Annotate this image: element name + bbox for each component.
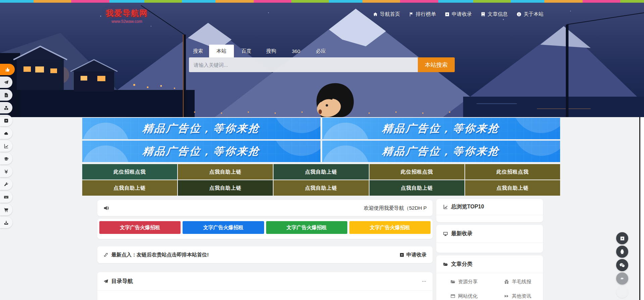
keyboard-icon — [4, 195, 9, 200]
dock-item-likes[interactable] — [0, 64, 15, 75]
dock-item-modules[interactable] — [0, 102, 12, 113]
search-prefix-label: 搜索 — [193, 45, 209, 57]
nav-apply[interactable]: 申请收录 — [445, 11, 472, 17]
dock-faded-button[interactable] — [616, 272, 628, 285]
category-site-optimization[interactable]: 网站优化 — [450, 293, 504, 299]
text-ad-button[interactable]: 文字广告火爆招租 — [266, 221, 347, 234]
search-module: 搜索 本站 百度 搜狗 360 必应 本站搜索 — [189, 45, 455, 72]
display-icon — [443, 231, 448, 236]
ad-banner-text: 精品广告位，等你来抢 — [142, 144, 261, 158]
hero-banner: 我爱导航网 www.52waw.com 导航首页 排行榜单 申请收录 文章信息 — [0, 3, 644, 117]
scrollbar[interactable] — [639, 117, 644, 300]
latest-in-link[interactable]: 最新点入：友链后在贵站点击即排本站首位! — [103, 252, 209, 258]
ad-banner-text: 精品广告位，等你来抢 — [382, 144, 500, 158]
text-ad-button[interactable]: 文字广告火爆招租 — [99, 221, 181, 234]
site-title: 我爱导航网 — [101, 8, 153, 18]
link-ad-cell[interactable]: 点我自助上链 — [274, 180, 368, 196]
dock-qq-button[interactable] — [616, 246, 628, 258]
category-resource-share[interactable]: 资源分享 — [450, 279, 504, 285]
category-label: 其他资讯 — [512, 293, 531, 299]
dock-item-finance[interactable] — [0, 166, 12, 177]
nav-home[interactable]: 导航首页 — [373, 11, 400, 17]
site-url: www.52waw.com — [101, 19, 153, 24]
left-quick-dock — [0, 64, 15, 230]
text-ad-button[interactable]: 文字广告火爆招租 — [183, 221, 264, 234]
browser-icon — [450, 294, 455, 299]
dock-item-docs[interactable] — [0, 89, 12, 101]
category-other-news[interactable]: 其他资讯 — [504, 293, 543, 299]
right-contact-dock — [616, 232, 628, 299]
dock-item-learning[interactable] — [0, 153, 12, 164]
category-label: 羊毛线报 — [512, 279, 531, 285]
tab-baidu[interactable]: 百度 — [234, 45, 259, 57]
link-ad-cell[interactable]: 此位招租点我 — [369, 164, 464, 180]
dock-faded-button-2[interactable] — [616, 286, 628, 298]
dock-item-tools[interactable] — [0, 179, 12, 190]
link-ad-cell[interactable]: 点我自助上链 — [369, 180, 464, 196]
tab-360[interactable]: 360 — [284, 45, 308, 57]
article-category-card: 文章分类 资源分享 羊毛线报 网站优化 其他资讯 — [436, 255, 543, 300]
link-ad-cell[interactable]: 点我自助上链 — [178, 180, 273, 196]
category-label: 网站优化 — [458, 293, 478, 299]
cart-icon — [4, 207, 9, 212]
ad-banner[interactable]: 精品广告位，等你来抢 — [82, 141, 320, 162]
link-ad-cell[interactable]: 点我自助上链 — [465, 180, 560, 196]
tab-bing[interactable]: 必应 — [308, 45, 333, 57]
plus-square-icon — [399, 252, 404, 257]
link-ad-cell[interactable]: 此位招租点我 — [465, 164, 560, 180]
download-icon — [4, 220, 9, 225]
ad-banner[interactable]: 精品广告位，等你来抢 — [82, 118, 320, 139]
nav-label: 排行榜单 — [416, 11, 436, 17]
dock-item-download[interactable] — [0, 217, 12, 228]
page: 我爱导航网 www.52waw.com 导航首页 排行榜单 申请收录 文章信息 — [0, 0, 644, 300]
dock-item-cloud[interactable] — [0, 128, 12, 139]
book-icon — [481, 12, 486, 17]
link-icon — [103, 252, 108, 257]
dock-wechat-button[interactable] — [616, 259, 628, 271]
category-deals[interactable]: 羊毛线报 — [504, 279, 543, 285]
directory-header: 目录导航 — [97, 272, 433, 291]
gift-icon — [504, 279, 509, 284]
tab-sogou[interactable]: 搜狗 — [259, 45, 284, 57]
search-input[interactable] — [189, 57, 418, 72]
search-engine-tabs: 搜索 本站 百度 搜狗 360 必应 — [189, 45, 455, 57]
site-logo[interactable]: 我爱导航网 www.52waw.com — [101, 8, 153, 24]
text-ad-button[interactable]: 文字广告火爆招租 — [349, 221, 431, 234]
dock-item-submit[interactable] — [0, 77, 12, 88]
folder-open-icon — [450, 279, 455, 284]
latest-in-bar: 最新点入：友链后在贵站点击即排本站首位! 申请收录 — [97, 246, 433, 263]
link-ad-cell[interactable]: 点我自助上链 — [274, 164, 368, 180]
dock-item-shop[interactable] — [0, 204, 12, 215]
ad-banner-text: 精品广告位，等你来抢 — [382, 121, 500, 136]
article-category-header: 文章分类 — [436, 255, 543, 273]
cloud-faded-icon — [619, 276, 625, 282]
link-ad-cell[interactable]: 点我自助上链 — [82, 180, 177, 196]
latest-included-header: 最新收录 — [436, 225, 543, 243]
category-label: 资源分享 — [458, 279, 478, 285]
search-button[interactable]: 本站搜索 — [418, 57, 455, 72]
right-sidebar: 总浏览TOP10 最新收录 文章分类 资源分享 — [436, 199, 543, 300]
premium-ad-banners: 精品广告位，等你来抢 精品广告位，等你来抢 精品广告位，等你来抢 精品广告位，等… — [82, 118, 560, 162]
qq-icon — [619, 249, 625, 255]
ad-banner[interactable]: 精品广告位，等你来抢 — [322, 141, 560, 162]
cloud-icon — [4, 131, 9, 136]
info-icon — [516, 12, 522, 17]
apply-include-button[interactable]: 申请收录 — [399, 252, 427, 258]
ad-banner[interactable]: 精品广告位，等你来抢 — [322, 118, 560, 139]
nav-articles[interactable]: 文章信息 — [481, 11, 508, 17]
tab-this-site[interactable]: 本站 — [209, 45, 234, 57]
link-ad-cell[interactable]: 点我自助上链 — [178, 164, 273, 180]
dock-apply-button[interactable] — [616, 232, 628, 244]
nav-label: 关于本站 — [524, 11, 544, 17]
link-ad-cell[interactable]: 此位招租点我 — [82, 164, 177, 180]
paper-plane-icon — [4, 80, 9, 85]
dock-item-stats[interactable] — [0, 140, 12, 152]
nav-about[interactable]: 关于本站 — [516, 11, 544, 17]
wechat-icon — [619, 262, 625, 268]
dock-item-video[interactable] — [0, 115, 12, 126]
nav-rankings[interactable]: 排行榜单 — [409, 11, 436, 17]
top10-header: 总浏览TOP10 — [436, 199, 543, 215]
ellipsis-icon[interactable] — [422, 279, 427, 284]
dock-item-typing[interactable] — [0, 191, 12, 203]
forward-icon — [504, 294, 509, 299]
